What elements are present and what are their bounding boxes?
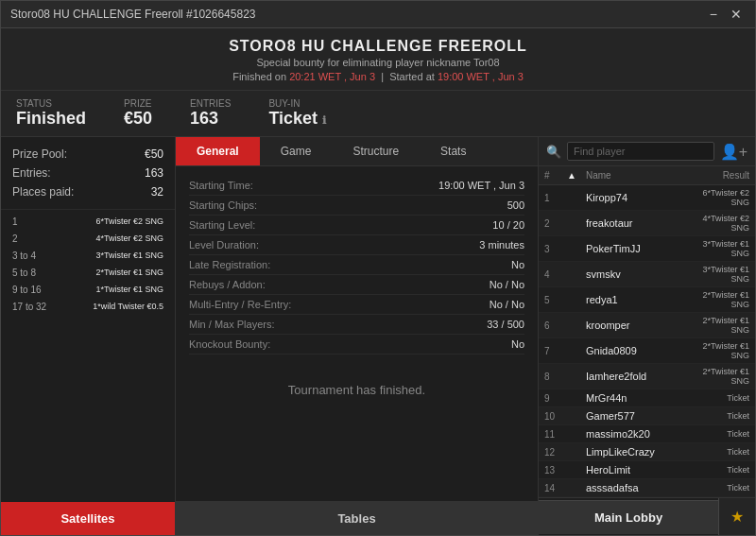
player-row[interactable]: 6 kroomper 2*Twister €1 SNG [539, 313, 755, 338]
tables-button[interactable]: Tables [176, 502, 538, 535]
right-panel: 🔍 👤+ # ▲ Name Result 1 Kiropp74 6*Twiste… [538, 137, 755, 535]
started-label: Started at [389, 71, 435, 82]
pool-label: Prize Pool: [12, 147, 67, 161]
info-row: Starting Time:19:00 WET , Jun 3 [189, 176, 524, 196]
places-label: Places paid: [12, 185, 74, 199]
prize-list-item: 24*Twister €2 SNG [12, 231, 163, 248]
prize-list-item: 3 to 43*Twister €1 SNG [12, 248, 163, 265]
prize-list: 16*Twister €2 SNG24*Twister €2 SNG3 to 4… [1, 210, 175, 502]
prize-value: €50 [124, 109, 152, 129]
tab-game[interactable]: Game [260, 137, 333, 165]
player-row[interactable]: 10 Gamer577 Ticket [539, 407, 755, 425]
pool-value: €50 [145, 147, 163, 161]
buyin-label: Buy-in [268, 98, 326, 109]
buyin-stat: Buy-in Ticket ℹ [268, 98, 326, 129]
prize-pool-section: Prize Pool: €50 Entries: 163 Places paid… [1, 137, 175, 210]
window-controls: − ✕ [706, 7, 746, 22]
entries-label-left: Entries: [12, 166, 51, 180]
tournament-name: STORO8 HU CHALLENGE FREEROLL [1, 38, 755, 55]
info-row: Multi-Entry / Re-Entry:No / No [189, 295, 524, 315]
finished-label: Finished on [232, 71, 286, 82]
buyin-value: Ticket ℹ [268, 109, 326, 129]
info-row: Late Registration:No [189, 255, 524, 275]
player-row[interactable]: 9 MrGr44n Ticket [539, 389, 755, 407]
main-window: Storo08 HU CHALLENGE Freeroll #102664582… [0, 0, 756, 536]
player-row[interactable]: 11 massimo2k20 Ticket [539, 425, 755, 443]
tab-content: Starting Time:19:00 WET , Jun 3Starting … [176, 166, 538, 501]
info-row: Min / Max Players:33 / 500 [189, 315, 524, 335]
entries-stat: Entries 163 [190, 98, 231, 129]
prize-label: Prize [124, 98, 152, 109]
places-paid-row: Places paid: 32 [12, 182, 163, 201]
close-button[interactable]: ✕ [727, 7, 746, 22]
player-table-header: # ▲ Name Result [539, 166, 755, 185]
entries-value: 163 [190, 109, 231, 129]
titlebar: Storo08 HU CHALLENGE Freeroll #102664582… [1, 1, 755, 28]
bottom-buttons: Tables [176, 501, 538, 535]
entries-label: Entries [190, 98, 231, 109]
player-row[interactable]: 2 freakotaur 4*Twister €2 SNG [539, 211, 755, 236]
right-panel-bottom: Main Lobby ★ [539, 497, 755, 535]
places-value: 32 [151, 185, 163, 199]
main-lobby-button[interactable]: Main Lobby [539, 500, 718, 534]
tab-structure[interactable]: Structure [332, 137, 420, 165]
info-row: Rebuys / Addon:No / No [189, 275, 524, 295]
status-stat: Status Finished [16, 98, 86, 129]
status-value: Finished [16, 109, 86, 129]
entries-row: Entries: 163 [12, 164, 163, 182]
player-row[interactable]: 1 Kiropp74 6*Twister €2 SNG [539, 185, 755, 211]
info-row: Knockout Bounty:No [189, 335, 524, 354]
entries-value-left: 163 [145, 166, 163, 180]
prize-list-item: 9 to 161*Twister €1 SNG [12, 282, 163, 299]
tournament-finished-msg: Tournament has finished. [189, 383, 524, 397]
player-row[interactable]: 7 Gnida0809 2*Twister €1 SNG [539, 338, 755, 364]
main-content: Prize Pool: €50 Entries: 163 Places paid… [1, 137, 755, 535]
favorite-button[interactable]: ★ [718, 498, 755, 535]
window-title: Storo08 HU CHALLENGE Freeroll #102664582… [10, 8, 255, 21]
finished-time: 20:21 WET , Jun 3 [289, 71, 375, 82]
tournament-timing: Finished on 20:21 WET , Jun 3 | Started … [1, 71, 755, 82]
player-row[interactable]: 13 HeroLimit Ticket [539, 461, 755, 479]
status-label: Status [16, 98, 86, 109]
player-row[interactable]: 4 svmskv 3*Twister €1 SNG [539, 262, 755, 287]
col-arrow[interactable]: ▲ [567, 170, 584, 181]
prize-stat: Prize €50 [124, 98, 152, 129]
tab-general[interactable]: General [176, 137, 260, 165]
player-row[interactable]: 5 redya1 2*Twister €1 SNG [539, 287, 755, 313]
player-row[interactable]: 3 PokerTimJJ 3*Twister €1 SNG [539, 236, 755, 262]
player-row[interactable]: 12 LimpLikeCrazy Ticket [539, 443, 755, 461]
col-result: Result [683, 170, 749, 181]
stats-bar: Status Finished Prize €50 Entries 163 Bu… [1, 91, 755, 137]
center-panel: GeneralGameStructureStats Starting Time:… [176, 137, 538, 535]
minimize-button[interactable]: − [706, 7, 721, 22]
satellites-button[interactable]: Satellites [1, 502, 175, 535]
prize-pool-row: Prize Pool: €50 [12, 145, 163, 164]
prize-list-item: 5 to 82*Twister €1 SNG [12, 265, 163, 282]
tournament-subtitle: Special bounty for eliminating player ni… [1, 57, 755, 68]
prize-list-item: 17 to 321*wild Twister €0.5 [12, 299, 163, 316]
tournament-header: STORO8 HU CHALLENGE FREEROLL Special bou… [1, 28, 755, 91]
info-row: Starting Chips:500 [189, 196, 524, 216]
started-time: 19:00 WET , Jun 3 [438, 71, 524, 82]
prize-list-item: 16*Twister €2 SNG [12, 214, 163, 231]
col-hash: # [544, 170, 565, 181]
info-row: Starting Level:10 / 20 [189, 216, 524, 235]
col-name: Name [586, 170, 681, 181]
info-icon[interactable]: ℹ [322, 114, 326, 126]
tabs-bar: GeneralGameStructureStats [176, 137, 538, 166]
info-row: Level Duration:3 minutes [189, 235, 524, 255]
search-icon: 🔍 [546, 145, 561, 159]
add-friend-icon[interactable]: 👤+ [720, 143, 747, 161]
player-row[interactable]: 14 asssadafsa Ticket [539, 479, 755, 497]
search-input[interactable] [567, 142, 714, 161]
tab-stats[interactable]: Stats [420, 137, 487, 165]
left-panel: Prize Pool: €50 Entries: 163 Places paid… [1, 137, 176, 535]
player-row[interactable]: 8 Iamhere2fold 2*Twister €1 SNG [539, 364, 755, 389]
player-table: 1 Kiropp74 6*Twister €2 SNG 2 freakotaur… [539, 185, 755, 497]
search-bar: 🔍 👤+ [539, 137, 755, 166]
